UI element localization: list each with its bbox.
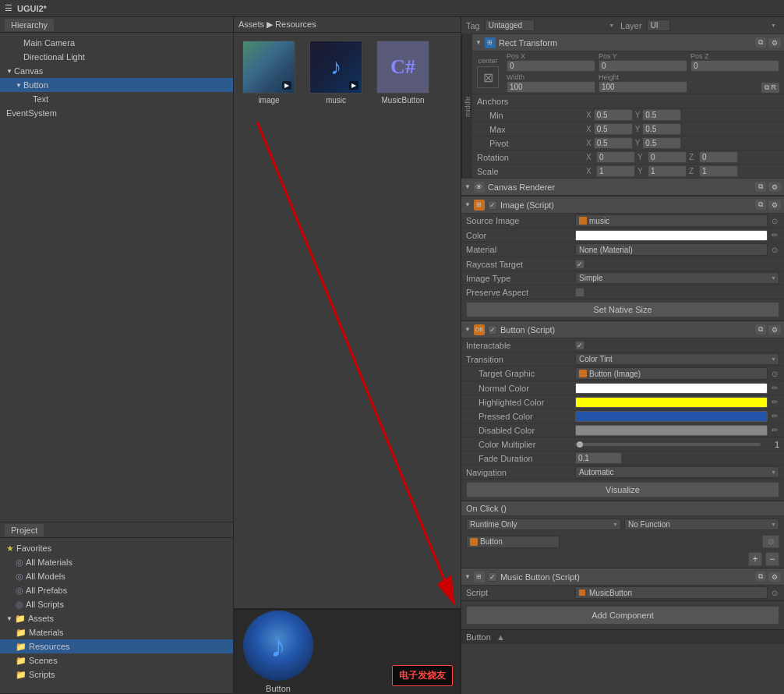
rot-y-label: Y — [637, 153, 645, 161]
button-settings-btn[interactable]: ⚙ — [768, 325, 781, 335]
button-enabled-check[interactable]: ✓ — [488, 325, 497, 335]
assets-folder[interactable]: ▼ 📁 Assets — [0, 611, 233, 625]
pos-z-input[interactable] — [690, 60, 779, 72]
fav-all-models[interactable]: ◎ All Models — [0, 569, 233, 583]
rect-transform-copy-btn[interactable]: ⧉ — [755, 37, 766, 48]
min-x-input[interactable] — [594, 109, 633, 121]
canvas-renderer-header[interactable]: ▼ 👁 Canvas Renderer ⧉ ⚙ — [461, 179, 784, 196]
tree-item-button[interactable]: ▼ Button — [0, 78, 233, 92]
image-enabled-check[interactable]: ✓ — [488, 200, 497, 210]
raycast-check[interactable]: ✓ — [575, 260, 584, 269]
asset-item-music[interactable]: ♪ music — [309, 41, 363, 104]
image-type-select[interactable]: Simple — [575, 272, 779, 284]
layer-select[interactable]: UI — [647, 19, 670, 31]
resources-folder[interactable]: 📁 Resources — [0, 639, 233, 653]
materials-folder[interactable]: 📁 Materials — [0, 625, 233, 639]
music-button-settings-btn[interactable]: ⚙ — [768, 572, 781, 582]
button-copy-btn[interactable]: ⧉ — [755, 324, 766, 335]
music-button-copy-btn[interactable]: ⧉ — [755, 572, 766, 582]
image-script-header[interactable]: ▼ ⊞ ✓ Image (Script) ⧉ ⚙ — [461, 197, 784, 214]
onclick-remove-btn[interactable]: − — [765, 552, 779, 566]
fav-all-scripts[interactable]: ◎ All Scripts — [0, 597, 233, 611]
script-field[interactable]: MusicButton — [575, 586, 768, 599]
preserve-check[interactable] — [575, 288, 584, 297]
navigation-select[interactable]: Automatic — [575, 466, 779, 478]
tree-item-canvas[interactable]: ▼ Canvas — [0, 64, 233, 78]
source-image-dot-btn[interactable]: ⊙ — [770, 217, 779, 225]
runtime-select[interactable]: Runtime Only — [466, 519, 621, 530]
image-copy-btn[interactable]: ⧉ — [755, 200, 766, 210]
tree-item-eventsystem[interactable]: EventSystem — [0, 106, 233, 120]
pressed-color-edit-btn[interactable]: ✏ — [770, 412, 779, 420]
fav-all-prefabs[interactable]: ◎ All Prefabs — [0, 583, 233, 597]
rot-z-input[interactable] — [699, 151, 738, 163]
script-dot-btn[interactable]: ⊙ — [770, 589, 779, 597]
fav-all-materials[interactable]: ◎ All Materials — [0, 555, 233, 569]
normal-color-swatch[interactable] — [575, 383, 768, 394]
asset-item-musicbutton[interactable]: C# MusicButton — [376, 41, 430, 104]
project-tab[interactable]: Project — [5, 524, 44, 536]
scale-y-input[interactable] — [648, 165, 687, 177]
interactable-check[interactable]: ✓ — [575, 341, 584, 350]
music-button-header[interactable]: ▼ ⊞ ✓ Music Button (Script) ⧉ ⚙ — [461, 568, 784, 586]
scenes-folder[interactable]: 📁 Scenes — [0, 653, 233, 667]
set-native-size-btn[interactable]: Set Native Size — [466, 302, 779, 317]
canvas-settings-btn[interactable]: ⚙ — [768, 182, 781, 192]
disabled-color-swatch[interactable] — [575, 425, 768, 436]
onclick-dot-btn[interactable]: ⊙ — [762, 535, 779, 548]
disabled-color-edit-btn[interactable]: ✏ — [770, 426, 779, 434]
function-select[interactable]: No Function — [624, 519, 779, 530]
tag-select[interactable]: Untagged — [485, 19, 535, 31]
visualize-btn[interactable]: Visualize — [466, 482, 779, 497]
hierarchy-tab[interactable]: Hierarchy — [5, 19, 54, 31]
rect-resize-btn[interactable]: ⧉ R — [761, 83, 779, 93]
pivot-y-input[interactable] — [642, 137, 681, 149]
onclick-object-field[interactable]: Button — [466, 536, 560, 548]
material-field[interactable]: None (Material) — [575, 243, 768, 256]
width-input[interactable] — [507, 81, 595, 93]
color-mult-slider[interactable]: 1 — [575, 440, 779, 449]
scale-x-input[interactable] — [596, 165, 635, 177]
expand-icon[interactable]: ▲ — [496, 632, 505, 642]
pos-x-input[interactable] — [507, 60, 595, 72]
color-swatch-white[interactable] — [575, 230, 768, 241]
source-image-field[interactable]: music — [575, 214, 768, 227]
rect-transform-settings-btn[interactable]: ⚙ — [768, 38, 781, 48]
add-component-btn[interactable]: Add Component — [466, 606, 779, 625]
pos-y-input[interactable] — [599, 60, 687, 72]
material-dot-btn[interactable]: ⊙ — [770, 246, 779, 254]
max-y-input[interactable] — [642, 123, 681, 135]
highlighted-color-edit-btn[interactable]: ✏ — [770, 398, 779, 406]
color-edit-btn[interactable]: ✏ — [770, 231, 779, 239]
scale-z-input[interactable] — [699, 165, 738, 177]
favorites-folder[interactable]: ★ Favorites — [0, 541, 233, 555]
height-input[interactable] — [599, 81, 687, 93]
highlighted-color-swatch[interactable] — [575, 397, 768, 408]
rot-y-input[interactable] — [648, 151, 687, 163]
scripts-folder[interactable]: 📁 Scripts — [0, 667, 233, 682]
transition-select[interactable]: Color Tint — [575, 353, 779, 365]
onclick-add-btn[interactable]: + — [748, 552, 762, 566]
image-settings-btn[interactable]: ⚙ — [768, 200, 781, 210]
tree-item-main-camera[interactable]: Main Camera — [0, 36, 233, 50]
max-x-input[interactable] — [594, 123, 633, 135]
min-y-input[interactable] — [642, 109, 681, 121]
target-graphic-dot-btn[interactable]: ⊙ — [770, 370, 779, 378]
anchor-icon[interactable]: ⊠ — [477, 66, 499, 88]
target-graphic-field[interactable]: Button (Image) — [575, 367, 768, 380]
pressed-color-swatch[interactable] — [575, 411, 768, 422]
rot-x-input[interactable] — [596, 151, 635, 163]
pos-row: Pos X Pos Y Pos Z — [507, 52, 779, 72]
pivot-x-input[interactable] — [594, 137, 633, 149]
menu-icon[interactable]: ☰ — [5, 3, 12, 13]
normal-color-edit-btn[interactable]: ✏ — [770, 384, 779, 392]
wh-actions: ⧉ R — [690, 73, 779, 93]
rect-transform-header[interactable]: ▼ ⊞ Rect Transform ⧉ ⚙ — [472, 34, 784, 51]
fade-dur-input[interactable] — [575, 452, 622, 464]
button-script-header[interactable]: ▼ OB ✓ Button (Script) ⧉ ⚙ — [461, 321, 784, 338]
music-button-enabled-check[interactable]: ✓ — [488, 572, 497, 582]
tree-item-directional-light[interactable]: Directional Light — [0, 50, 233, 64]
asset-item-image[interactable]: image — [242, 41, 296, 104]
tree-item-text[interactable]: Text — [0, 92, 233, 106]
canvas-copy-btn[interactable]: ⧉ — [755, 182, 766, 192]
